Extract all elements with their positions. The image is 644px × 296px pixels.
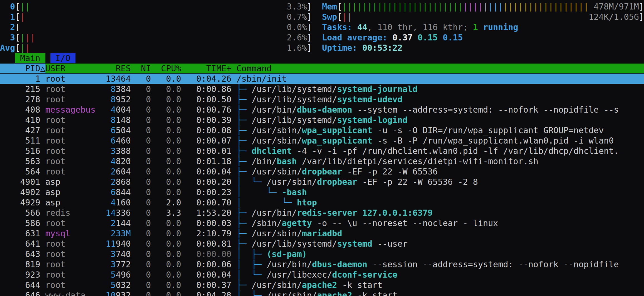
nice-cell: 0	[131, 259, 151, 269]
tree-branch-icon: ├─	[236, 125, 252, 135]
res-cell-hi: 6	[96, 136, 116, 145]
column-header-user[interactable]: USER	[45, 64, 96, 73]
pid-cell: 586	[0, 218, 40, 228]
process-row-427[interactable]: 427 root 6504 0 0.0 0:00.08 ├─ /usr/sbin…	[0, 125, 644, 135]
meter-bracket: [	[15, 22, 20, 32]
process-row-923[interactable]: 923 root 5496 0 0.0 0:00.04 │ └─ /usr/li…	[0, 270, 644, 280]
pid-cell: 566	[0, 208, 40, 218]
tab-main[interactable]: Main	[15, 53, 45, 63]
command-path: /usr/lib/systemd/	[252, 115, 337, 125]
time-cell: 0:00.37	[181, 280, 231, 290]
process-row-564[interactable]: 564 root 2604 0 0.0 0:00.04 ├─ /usr/sbin…	[0, 166, 644, 177]
cell-gap	[40, 259, 45, 269]
pid-cell: 643	[0, 249, 40, 259]
mem-meter-bar-magenta: ||||	[463, 2, 483, 11]
cell-gap	[40, 187, 45, 197]
user-cell: asp	[45, 177, 96, 187]
column-header-ni[interactable]: NI	[131, 64, 151, 73]
process-row-566[interactable]: 566 redis 14336 0 3.3 1:53.20 ├─ /usr/bi…	[0, 208, 644, 218]
command-args: -k start	[337, 280, 382, 290]
process-row-4902[interactable]: 4902 asp 6844 0 0.0 0:00.23 │ └─ -bash	[0, 187, 644, 197]
load-average-segment: 0.37	[392, 33, 418, 42]
process-row-408[interactable]: 408 messagebus 4004 0 0.0 0:00.76 ├─ /us…	[0, 105, 644, 115]
process-row-563[interactable]: 563 root 4820 0 0.0 0:01.18 ├─ /bin/bash…	[0, 156, 644, 166]
pid-cell: 511	[0, 136, 40, 145]
uptime-segment: 00:53:22	[362, 43, 402, 53]
cpu-cell: 0.0	[151, 105, 181, 115]
command-path: /usr/sbin/	[252, 125, 302, 135]
meter-bracket: [	[337, 2, 342, 11]
column-header-cpu[interactable]: CPU%	[151, 64, 181, 73]
command-path: /usr/lib/systemd/	[252, 94, 337, 104]
user-cell: root	[45, 74, 96, 84]
load-average-segment: Load average:	[322, 33, 392, 42]
command-basename: wpa_supplicant	[302, 136, 372, 145]
cpu-cell: 0.0	[151, 74, 181, 84]
command-path: /usr/sbin/	[252, 136, 302, 145]
process-row-631[interactable]: 631 mysql 233M 0 0.0 2:10.79 ├─ /usr/sbi…	[0, 228, 644, 239]
process-row-646[interactable]: 646 www-data 10932 0 0.0 0:04.28 │ └─ /u…	[0, 290, 644, 296]
meter-bracket: [	[15, 2, 20, 11]
nice-cell: 0	[131, 74, 151, 84]
user-cell: root	[45, 146, 96, 156]
process-row-819[interactable]: 819 root 3772 0 0.0 0:00.06 │ ├─ /usr/bi…	[0, 259, 644, 270]
meter-line-3: 3[||| 2.6%] Load average: 0.37 0.15 0.15	[0, 32, 644, 43]
column-header-command[interactable]: Command	[231, 64, 272, 73]
process-row-1[interactable]: 1 root 13464 0 0.0 0:04.26 /sbin/init	[0, 74, 644, 84]
command-basename: apache2	[302, 280, 337, 290]
pid-cell: 631	[0, 229, 40, 238]
process-row-516[interactable]: 516 root 3388 0 0.0 0:00.01 ├─ dhclient …	[0, 146, 644, 156]
tree-branch-icon: │ ├─	[236, 249, 267, 259]
cpu-meter-bar: |	[20, 43, 25, 53]
process-row-4901[interactable]: 4901 asp 2868 0 0.0 0:00.20 │ └─ /usr/sb…	[0, 177, 644, 187]
column-header-pid[interactable]: PID△	[0, 64, 45, 73]
user-cell: root	[45, 249, 96, 259]
cpu-meter-label-2: 2	[0, 22, 15, 32]
cell-gap	[40, 105, 45, 115]
cpu-meter-label-0: 0	[0, 2, 15, 11]
process-row-215[interactable]: 215 root 8384 0 0.0 0:00.86 ├─ /usr/lib/…	[0, 84, 644, 94]
nice-cell: 0	[131, 167, 151, 176]
command-path: /bin/	[252, 156, 277, 166]
command-basename: init	[267, 74, 287, 84]
process-row-410[interactable]: 410 root 8148 0 0.0 0:00.39 ├─ /usr/lib/…	[0, 115, 644, 125]
column-header-fill	[272, 64, 644, 73]
process-row-641[interactable]: 641 root 11940 0 0.0 0:00.81 ├─ /usr/lib…	[0, 239, 644, 249]
process-row-278[interactable]: 278 root 8952 0 0.0 0:00.50 ├─ /usr/lib/…	[0, 94, 644, 105]
process-row-4929[interactable]: 4929 asp 4160 0 2.0 0:00.70 │ └─ htop	[0, 197, 644, 208]
tab-gap	[45, 53, 50, 63]
user-cell: root	[45, 270, 96, 280]
process-row-586[interactable]: 586 root 2144 0 0.0 0:00.03 ├─ /sbin/age…	[0, 218, 644, 228]
user-cell: messagebus	[45, 105, 96, 115]
meter-bracket: ]	[307, 2, 312, 11]
user-cell: root	[45, 218, 96, 228]
command-path: /usr/sbin/	[267, 177, 317, 187]
process-row-511[interactable]: 511 root 6460 0 0.0 0:00.07 ├─ /usr/sbin…	[0, 135, 644, 146]
cpu-cell: 3.3	[151, 208, 181, 218]
cpu-cell: 0.0	[151, 270, 181, 280]
meter-line-1: 1[| 0.7%] Swp[|| 124K/1.05G]	[0, 12, 644, 22]
htop-terminal: 0[|| 3.3%] Mem[|||||||||||||||||||||||||…	[0, 0, 644, 296]
res-cell-hi: 14	[96, 208, 116, 218]
cell-gap	[40, 167, 45, 176]
pid-cell: 278	[0, 94, 40, 104]
column-header-res[interactable]: RES	[96, 64, 131, 73]
column-header-time[interactable]: TIME+	[181, 64, 231, 73]
nice-cell: 0	[131, 239, 151, 249]
command-basename: systemd-journald	[337, 84, 418, 94]
tasks-segment: 44	[357, 22, 367, 32]
command-path: /usr/sbin/	[252, 280, 302, 290]
cell-gap	[231, 198, 236, 207]
cpu-meter-percent: 3.3%	[287, 2, 307, 11]
cpu-meter-bar: |	[25, 43, 30, 53]
tab-io[interactable]: I/O	[50, 53, 75, 63]
meter-line-2: 2[ 0.0%] Tasks: 44, 110 thr, 116 kthr; 1…	[0, 22, 644, 32]
tree-branch-icon: │ └─	[236, 177, 267, 187]
command-args: --system --address=systemd: --nofork --n…	[352, 105, 619, 115]
nice-cell: 0	[131, 177, 151, 187]
cpu-meter-label-1: 1	[0, 12, 15, 22]
process-row-644[interactable]: 644 root 5032 0 0.0 0:00.37 ├─ /usr/sbin…	[0, 280, 644, 290]
process-row-643[interactable]: 643 root 3740 0 0.0 0:00.00 │ ├─ (sd-pam…	[0, 249, 644, 259]
command-path: /usr/lib/systemd/	[252, 239, 337, 249]
cpu-cell: 0.0	[151, 156, 181, 166]
